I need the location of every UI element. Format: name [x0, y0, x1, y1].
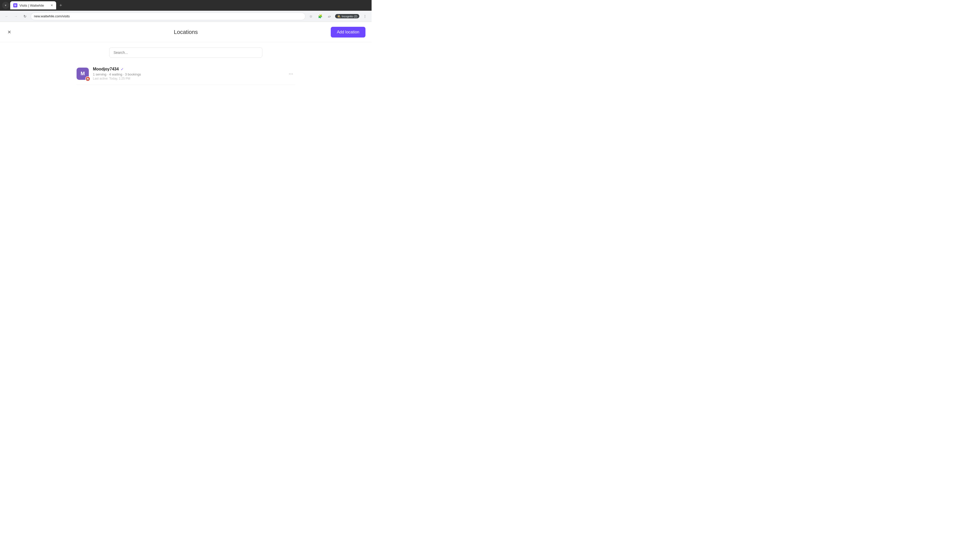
address-url: new.waitwhile.com/visits: [34, 14, 70, 18]
page-content: ✕ Locations Add location M 🏠 Moodjoy7434…: [0, 22, 372, 208]
reload-button[interactable]: ↻: [21, 13, 29, 20]
tab-title: Visits | Waitwhile: [19, 3, 44, 7]
forward-button[interactable]: →: [12, 13, 19, 20]
tab-close-button[interactable]: ✕: [51, 3, 53, 7]
close-button[interactable]: ✕: [5, 28, 13, 36]
tab-favicon: M: [13, 3, 18, 7]
search-input[interactable]: [109, 48, 262, 58]
add-location-button[interactable]: Add location: [331, 27, 366, 38]
location-last-active: Last active: Today, 1:25 PM: [93, 77, 286, 80]
location-name-row: Moodjoy7434 ✓: [93, 67, 286, 71]
page-title: Locations: [174, 29, 198, 35]
more-menu-button[interactable]: ⋮: [361, 13, 369, 20]
location-verified-icon: ✓: [121, 67, 124, 71]
back-button[interactable]: ←: [3, 13, 10, 20]
address-bar[interactable]: new.waitwhile.com/visits: [30, 13, 305, 20]
location-info: Moodjoy7434 ✓ 1 serving · 4 waiting · 3 …: [93, 67, 286, 80]
address-bar-row: ← → ↻ new.waitwhile.com/visits ☆ 🧩 ▱ 🕵 I…: [0, 11, 372, 22]
bookmark-icon[interactable]: ☆: [307, 13, 315, 20]
location-list: M 🏠 Moodjoy7434 ✓ 1 serving · 4 waiting …: [0, 63, 372, 85]
incognito-icon: 🕵: [337, 14, 341, 18]
incognito-label: Incognito (2): [342, 15, 357, 18]
location-avatar: M 🏠: [76, 68, 89, 80]
incognito-badge[interactable]: 🕵 Incognito (2): [335, 14, 360, 18]
tab-bar: ▾ M Visits | Waitwhile ✕ +: [2, 0, 64, 11]
page-header: ✕ Locations Add location: [0, 22, 372, 42]
location-menu-button[interactable]: ···: [286, 68, 295, 79]
address-bar-icons: ☆ 🧩 ▱ 🕵 Incognito (2) ⋮: [307, 13, 369, 20]
location-name: Moodjoy7434: [93, 67, 119, 71]
avatar-letter: M: [81, 71, 85, 76]
new-tab-button[interactable]: +: [57, 2, 64, 9]
search-container: [0, 42, 372, 63]
location-stats: 1 serving · 4 waiting · 3 bookings: [93, 73, 286, 76]
split-screen-icon[interactable]: ▱: [326, 13, 333, 20]
tab-list-button[interactable]: ▾: [2, 2, 9, 9]
extensions-icon[interactable]: 🧩: [317, 13, 324, 20]
location-item[interactable]: M 🏠 Moodjoy7434 ✓ 1 serving · 4 waiting …: [76, 63, 295, 85]
close-icon: ✕: [7, 29, 11, 35]
browser-chrome: ▾ M Visits | Waitwhile ✕ +: [0, 0, 372, 11]
active-tab[interactable]: M Visits | Waitwhile ✕: [10, 1, 56, 10]
location-avatar-badge: 🏠: [85, 76, 90, 81]
